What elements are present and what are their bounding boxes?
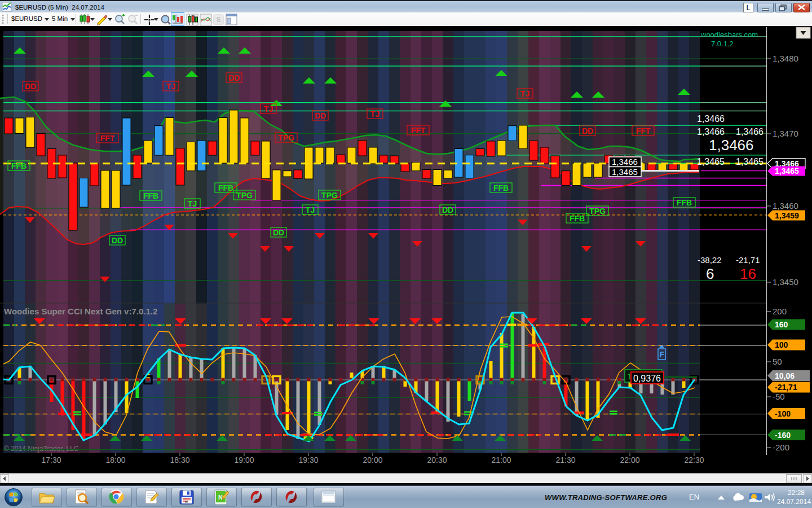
- svg-text:F: F: [660, 350, 665, 359]
- svg-text:10,06: 10,06: [775, 371, 795, 380]
- svg-text:1,3465: 1,3465: [612, 167, 638, 177]
- svg-text:160: 160: [775, 320, 788, 329]
- svg-text:DD: DD: [442, 205, 453, 214]
- svg-text:DD: DD: [315, 111, 326, 120]
- svg-text:22:00: 22:00: [620, 456, 639, 465]
- svg-text:18:00: 18:00: [105, 456, 125, 465]
- svg-text:FFT: FFT: [636, 126, 651, 135]
- svg-text:1,3459: 1,3459: [775, 211, 799, 220]
- svg-text:-160: -160: [775, 431, 791, 440]
- svg-text:DD: DD: [228, 73, 240, 82]
- svg-text:19:00: 19:00: [234, 456, 254, 465]
- svg-text:-50: -50: [773, 392, 785, 401]
- svg-text:17:30: 17:30: [41, 456, 61, 465]
- svg-text:FFB: FFB: [570, 214, 585, 223]
- svg-text:7.0.1.2: 7.0.1.2: [711, 40, 734, 48]
- svg-text:21:00: 21:00: [491, 456, 511, 465]
- svg-text:19:30: 19:30: [298, 456, 318, 465]
- svg-text:DD: DD: [112, 236, 123, 245]
- svg-text:DD: DD: [25, 82, 36, 91]
- svg-text:N: N: [218, 494, 223, 501]
- svg-text:1,3466: 1,3466: [697, 127, 725, 137]
- svg-text:TJ: TJ: [166, 82, 175, 91]
- svg-text:1,3460: 1,3460: [773, 201, 798, 211]
- svg-text:21:30: 21:30: [555, 456, 575, 465]
- svg-text:20:00: 20:00: [363, 456, 382, 465]
- svg-text:1,3465: 1,3465: [736, 157, 764, 167]
- svg-text:TPG: TPG: [589, 207, 606, 216]
- svg-text:TPG: TPG: [236, 191, 253, 200]
- svg-text:100: 100: [775, 340, 788, 349]
- svg-text:1,3466: 1,3466: [736, 127, 764, 137]
- svg-text:22:30: 22:30: [684, 456, 704, 465]
- svg-text:64: 64: [185, 500, 188, 503]
- svg-text:TJ: TJ: [520, 89, 529, 98]
- svg-text:FFB: FFB: [218, 183, 233, 192]
- svg-text:woodiesbars.com: woodiesbars.com: [700, 30, 758, 39]
- svg-text:TJ: TJ: [370, 110, 379, 119]
- svg-text:-21,71: -21,71: [736, 255, 760, 265]
- svg-text:FFB: FFB: [11, 161, 27, 170]
- svg-text:TJ: TJ: [264, 104, 273, 113]
- svg-text:FFT: FFT: [100, 134, 115, 143]
- svg-text:DD: DD: [273, 228, 284, 237]
- svg-text:1,3465: 1,3465: [775, 167, 799, 176]
- svg-text:DD: DD: [582, 126, 593, 135]
- svg-text:6: 6: [706, 265, 714, 282]
- svg-text:1,3470: 1,3470: [773, 129, 798, 138]
- svg-text:1,3450: 1,3450: [773, 277, 798, 287]
- svg-text:1,3466: 1,3466: [709, 137, 754, 154]
- svg-text:-38,22: -38,22: [698, 255, 722, 265]
- svg-text:200: 200: [773, 306, 787, 316]
- svg-text:-21,71: -21,71: [775, 383, 797, 392]
- svg-text:-200: -200: [773, 443, 789, 452]
- svg-text:FFB: FFB: [677, 198, 692, 207]
- svg-text:TPG: TPG: [321, 191, 338, 200]
- svg-text:-100: -100: [775, 409, 791, 418]
- svg-text:TPG: TPG: [278, 133, 294, 142]
- svg-text:S: S: [216, 16, 220, 24]
- svg-text:1,3480: 1,3480: [773, 54, 798, 63]
- svg-text:50: 50: [773, 357, 782, 366]
- svg-text:0,9376: 0,9376: [633, 374, 661, 383]
- svg-text:FFB: FFB: [493, 183, 509, 192]
- svg-text:1,3466: 1,3466: [697, 114, 725, 124]
- svg-text:Woodies Super CCI Next Gen v:7: Woodies Super CCI Next Gen v:7.0.1.2: [4, 306, 157, 316]
- svg-text:20:30: 20:30: [427, 456, 447, 465]
- svg-text:1,3466: 1,3466: [612, 157, 638, 167]
- svg-text:18:30: 18:30: [170, 456, 189, 465]
- svg-text:TJ: TJ: [188, 199, 197, 208]
- svg-text:TJ: TJ: [306, 205, 315, 214]
- svg-text:© 2014 NinjaTrader, LLC: © 2014 NinjaTrader, LLC: [4, 445, 79, 453]
- svg-text:1,3465: 1,3465: [697, 157, 725, 167]
- svg-text:16: 16: [740, 265, 756, 282]
- svg-text:FFT: FFT: [411, 126, 426, 135]
- svg-text:FFB: FFB: [143, 191, 158, 200]
